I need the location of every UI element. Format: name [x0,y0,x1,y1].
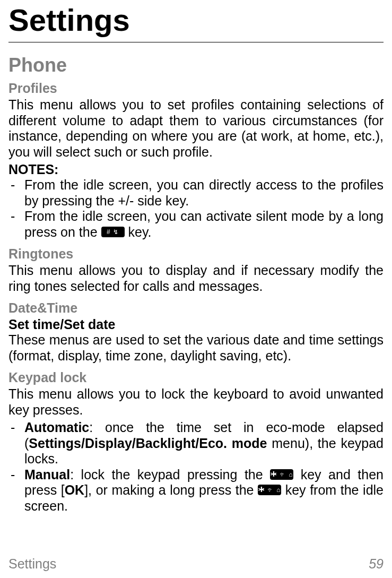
note2-post: key. [125,225,152,239]
datetime-subheading: Set time/Set date [8,317,384,332]
automatic-label: Automatic [24,420,89,435]
ok-label: OK [65,482,85,497]
section-heading-phone: Phone [8,54,384,76]
profiles-body: This menu allows you to set profiles con… [8,97,384,160]
keypad-body: This menu allows you to lock the keyboar… [8,386,384,418]
profiles-notes-list: From the idle screen, you can directly a… [8,177,384,240]
divider [8,42,384,42]
page-footer: Settings 59 [8,556,384,572]
subheading-profiles: Profiles [8,81,384,96]
subheading-datetime: Date&Time [8,300,384,316]
keypad-list: Automatic: once the time set in eco-mode… [8,420,384,514]
list-item: Manual: lock the keypad pressing the ✱ ᯤ… [8,467,384,514]
datetime-body: These menus are used to set the various … [8,332,384,364]
hash-key-icon: # ↯ [101,227,125,237]
auto-menu-path: Settings/Display/Backlight/Eco. mode [29,436,267,451]
page-number: 59 [369,556,384,572]
notes-label: NOTES: [8,162,384,177]
manual-label: Manual [24,467,70,482]
manual-pre: : lock the keypad pressing the [70,467,270,482]
list-item: Automatic: once the time set in eco-mode… [8,420,384,467]
note2-pre: From the idle screen, you can activate s… [24,209,384,239]
page-title: Settings [8,2,384,38]
list-item: From the idle screen, you can activate s… [8,209,384,240]
subheading-ringtones: Ringtones [8,246,384,262]
subheading-keypad: Keypad lock [8,370,384,385]
star-key-icon: ✱ ᯤ ⌂ [270,469,293,480]
manual-mid2: ], or making a long press the [84,482,258,497]
star-key-icon: ✱ ᯤ ⌂ [258,485,281,495]
ringtones-body: This menu allows you to display and if n… [8,263,384,294]
footer-section-label: Settings [8,556,56,572]
list-item: From the idle screen, you can directly a… [8,177,384,209]
